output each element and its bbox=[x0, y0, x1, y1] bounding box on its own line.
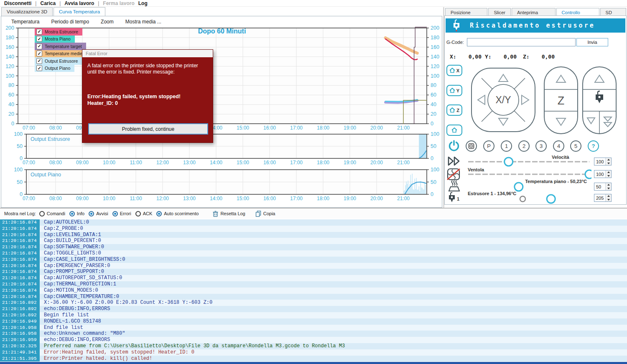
svg-text:100: 100 bbox=[14, 167, 23, 173]
extruder-move-pad[interactable] bbox=[582, 66, 617, 135]
legend-item-mostra-estrusore[interactable]: ✓Mostra Estrusore bbox=[35, 28, 82, 36]
home-y-button[interactable]: Y bbox=[446, 85, 462, 96]
tab-visualizzazione-3d[interactable]: Visualizzazione 3D bbox=[1, 7, 53, 16]
filter-toggle-icon[interactable] bbox=[69, 211, 75, 216]
legend-checkbox[interactable]: ✓ bbox=[36, 43, 42, 49]
legend-checkbox[interactable]: ✓ bbox=[36, 36, 42, 42]
menu-item-carica[interactable]: Carica bbox=[40, 0, 56, 6]
problem-fixed-button[interactable]: Problem fixed, continue bbox=[88, 123, 208, 135]
help-button[interactable]: ? bbox=[588, 140, 599, 152]
filter-toggle-icon[interactable] bbox=[89, 211, 94, 216]
log-rows[interactable]: 21:20:16.874Cap:AUTOLEVEL:021:20:16.874C… bbox=[0, 219, 627, 361]
log-row[interactable]: 21:21:49.341Error:Heating failed, system… bbox=[0, 349, 627, 356]
filter-toggle-icon[interactable] bbox=[112, 211, 118, 216]
legend-item-output-estrusore[interactable]: ✓Output Estrusore bbox=[35, 57, 82, 65]
home-z-button[interactable]: Z bbox=[446, 104, 462, 116]
legend-checkbox[interactable]: ✓ bbox=[36, 29, 42, 35]
preset-2-button[interactable]: 2 bbox=[518, 140, 530, 152]
fan-down-button[interactable] bbox=[606, 174, 611, 178]
fan-up-button[interactable] bbox=[606, 171, 611, 174]
log-row[interactable]: 21:20:16.958echo:Unknown command: "M80" bbox=[0, 331, 627, 337]
speed-down-button[interactable] bbox=[606, 162, 611, 165]
log-row[interactable]: 21:20:16.874Cap:EMERGENCY_PARSER:0 bbox=[0, 263, 627, 269]
log-filter-auto-scorrimento[interactable]: Auto scorrimento bbox=[156, 211, 199, 216]
menu-item-log[interactable]: Log bbox=[138, 0, 148, 6]
log-row[interactable]: 21:20:16.892X:-36.00 Y:-6.00 Z:0.00 E:20… bbox=[0, 300, 627, 306]
log-filter-ack[interactable]: ACK bbox=[135, 211, 153, 216]
chart-menu-zoom[interactable]: Zoom bbox=[101, 19, 114, 25]
tab-curva-temperatura[interactable]: Curva Temperatura bbox=[54, 7, 105, 16]
log-row[interactable]: 21:20:16.874Cap:TOGGLE_LIGHTS:0 bbox=[0, 250, 627, 257]
legend-item-temperature-medie[interactable]: ✓Temperature medie bbox=[35, 50, 87, 58]
log-row[interactable]: 21:20:16.949RONDEL~1.GCO 851748 bbox=[0, 318, 627, 325]
log-row[interactable]: 21:20:16.959echo:DEBUG:INFO,ERRORS bbox=[0, 337, 627, 343]
preset-5-button[interactable]: 5 bbox=[570, 140, 581, 152]
filter-toggle-icon[interactable] bbox=[135, 211, 141, 216]
log-filter-avvisi[interactable]: Avvisi bbox=[89, 211, 108, 216]
log-row[interactable]: 21:20:16.874Cap:MOTION_MODES:0 bbox=[0, 288, 627, 294]
legend-item-temperature-target[interactable]: ✓Temperature target bbox=[35, 43, 86, 50]
z-move-pad[interactable]: Z bbox=[543, 66, 579, 135]
log-row[interactable]: 21:20:16.874Cap:THERMAL_PROTECTION:1 bbox=[0, 281, 627, 288]
park-button[interactable]: P bbox=[483, 140, 494, 152]
legend-checkbox[interactable]: ✓ bbox=[36, 65, 42, 71]
fast-forward-icon[interactable] bbox=[447, 155, 461, 167]
preset-3-button[interactable]: 3 bbox=[535, 140, 547, 152]
fan-slider[interactable] bbox=[466, 169, 591, 180]
log-filter-comandi[interactable]: Comandi bbox=[39, 211, 65, 216]
xy-move-pad[interactable]: X/Y bbox=[470, 67, 536, 133]
log-row[interactable]: 21:20:16.958End file list bbox=[0, 325, 627, 331]
home-axis-letter: Z bbox=[456, 108, 459, 113]
fan-off-icon[interactable] bbox=[446, 168, 462, 181]
log-filter-info[interactable]: Info bbox=[69, 211, 84, 216]
chart-menu-periodo-di-tempo[interactable]: Periodo di tempo bbox=[51, 19, 89, 25]
log-row[interactable]: 21:20:16.892Begin file list bbox=[0, 312, 627, 318]
extruder-down-button[interactable] bbox=[606, 198, 611, 202]
bed-up-button[interactable] bbox=[606, 183, 611, 187]
speed-slider[interactable] bbox=[466, 156, 591, 167]
chart-menu-mostra-media-[interactable]: Mostra media ... bbox=[125, 19, 161, 25]
bed-temp-spinner[interactable]: 50 bbox=[594, 183, 612, 191]
copy-log-button[interactable]: Copia bbox=[255, 211, 275, 217]
log-row[interactable]: 21:20:16.874Cap:Z_PROBE:0 bbox=[0, 226, 627, 232]
log-row[interactable]: 21:20:16.874Cap:BUILD_PERCENT:0 bbox=[0, 238, 627, 244]
fan-spinner[interactable]: 100 bbox=[594, 170, 612, 178]
log-row[interactable]: 21:21:51.395Error:Printer halted. kill()… bbox=[0, 356, 627, 362]
log-row[interactable]: 21:20:32.325Preferred name from C:\Users… bbox=[0, 343, 627, 349]
motors-off-button[interactable] bbox=[466, 140, 477, 152]
gcode-input[interactable] bbox=[467, 38, 576, 46]
preset-4-button[interactable]: 4 bbox=[553, 140, 564, 152]
extruder-temp-slider[interactable] bbox=[466, 193, 591, 204]
log-row[interactable]: 21:20:16.874Cap:LEVELING_DATA:1 bbox=[0, 232, 627, 238]
log-row[interactable]: 21:20:16.874Cap:PROMPT_SUPPORT:0 bbox=[0, 269, 627, 275]
home-all-button[interactable] bbox=[446, 125, 462, 136]
home-x-button[interactable]: X bbox=[446, 65, 462, 76]
extruder-temp-spinner[interactable]: 205 bbox=[594, 194, 612, 202]
legend-checkbox[interactable]: ✓ bbox=[36, 51, 42, 56]
menu-item-disconnetti[interactable]: Disconnetti bbox=[4, 0, 31, 6]
log-filter-errori[interactable]: Errori bbox=[112, 211, 131, 216]
legend-checkbox[interactable]: ✓ bbox=[36, 58, 42, 64]
log-row[interactable]: 21:20:16.874Cap:AUTOREPORT_SD_STATUS:0 bbox=[0, 275, 627, 281]
log-row[interactable]: 21:20:16.892echo:DEBUG:INFO,ERRORS bbox=[0, 306, 627, 312]
filter-toggle-icon[interactable] bbox=[39, 211, 45, 216]
preset-1-button[interactable]: 1 bbox=[501, 140, 512, 152]
chart-menu-temperatura[interactable]: Temperatura bbox=[11, 19, 39, 25]
legend-item-output-piano[interactable]: ✓Output Piano bbox=[35, 65, 74, 72]
power-button[interactable] bbox=[448, 140, 460, 152]
speed-up-button[interactable] bbox=[606, 158, 611, 162]
reset-log-button[interactable]: Resetta Log bbox=[213, 211, 245, 217]
speed-spinner[interactable]: 100 bbox=[594, 158, 612, 165]
menu-item-avvia-lavoro[interactable]: Avvia lavoro bbox=[64, 0, 94, 6]
log-row[interactable]: 21:20:16.874Cap:SOFTWARE_POWER:0 bbox=[0, 244, 627, 250]
svg-text:160: 160 bbox=[5, 44, 14, 50]
bed-down-button[interactable] bbox=[606, 187, 611, 191]
log-row[interactable]: 21:20:16.874Cap:CASE_LIGHT_BRIGHTNESS:0 bbox=[0, 257, 627, 263]
filter-toggle-icon[interactable] bbox=[156, 211, 162, 216]
log-row[interactable]: 21:20:16.874Cap:AUTOLEVEL:0 bbox=[0, 219, 627, 226]
gcode-send-button[interactable]: Invia bbox=[576, 38, 608, 46]
extruder-up-button[interactable] bbox=[606, 194, 611, 198]
menu-item-ferma-lavoro[interactable]: Ferma lavoro bbox=[103, 0, 134, 6]
legend-item-mostra-piano[interactable]: ✓Mostra Piano bbox=[35, 36, 75, 43]
log-row[interactable]: 21:20:16.874Cap:CHAMBER_TEMPERATURE:0 bbox=[0, 294, 627, 300]
